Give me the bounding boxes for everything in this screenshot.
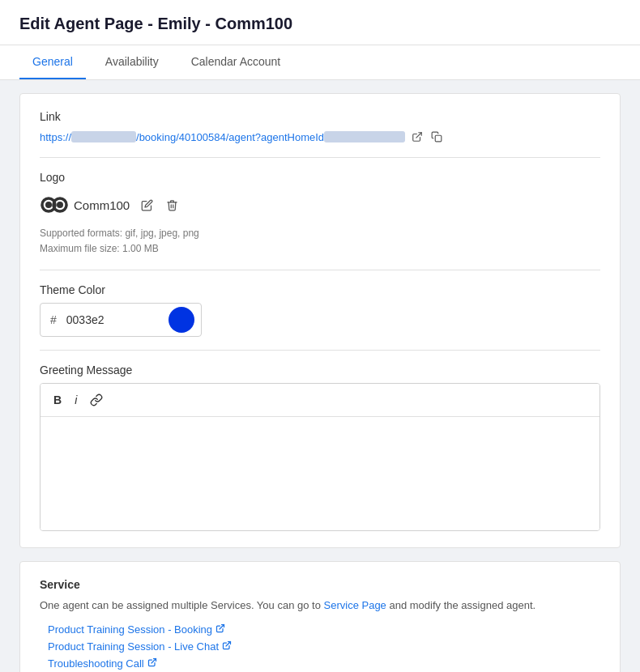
- service-link-label-1: Product Training Session - Live Chat: [48, 640, 219, 653]
- service-link-label-0: Product Training Session - Booking: [48, 623, 212, 636]
- external-link-icon-2: [147, 657, 157, 669]
- logo-name-text: Comm100: [74, 198, 130, 212]
- link-button[interactable]: [85, 390, 108, 410]
- external-link-icon-0: [215, 623, 225, 635]
- svg-line-8: [151, 659, 156, 664]
- svg-point-4: [45, 202, 52, 208]
- greeting-label: Greeting Message: [40, 364, 600, 376]
- logo-formats-hint: Supported formats: gif, jpg, jpeg, png: [40, 226, 600, 241]
- comm100-logo-icon: [40, 190, 69, 219]
- service-card: Service One agent can be assigned multip…: [19, 561, 621, 672]
- page-title: Edit Agent Page - Emily - Comm100: [0, 0, 640, 45]
- bold-button[interactable]: B: [49, 390, 66, 410]
- editor-box: B i: [40, 383, 600, 531]
- edit-logo-button[interactable]: [139, 198, 155, 213]
- italic-button[interactable]: i: [70, 390, 82, 410]
- general-card: Link https:// /booking/40100584/agent?ag…: [19, 93, 621, 548]
- service-desc-before: One agent can be assigned multiple Servi…: [40, 599, 324, 611]
- delete-logo-button[interactable]: [164, 198, 180, 213]
- open-link-button[interactable]: [410, 130, 425, 144]
- svg-rect-1: [435, 135, 442, 142]
- editor-toolbar: B i: [41, 384, 599, 417]
- service-page-link[interactable]: Service Page: [324, 599, 386, 611]
- external-link-icon-1: [222, 640, 232, 652]
- bold-icon: B: [53, 393, 62, 406]
- svg-line-7: [226, 642, 231, 647]
- logo-field: Logo Comm100: [40, 171, 600, 257]
- hash-symbol: #: [41, 307, 63, 333]
- link-icon: [90, 393, 103, 406]
- service-link-label-2: Troubleshooting Call: [48, 657, 144, 670]
- color-input-row[interactable]: #: [40, 303, 202, 337]
- link-actions: [410, 130, 444, 144]
- svg-line-0: [416, 133, 421, 138]
- link-label: Link: [40, 110, 600, 123]
- color-value-input[interactable]: [63, 307, 128, 333]
- svg-line-6: [220, 625, 224, 630]
- tab-availability[interactable]: Availability: [92, 45, 172, 79]
- logo-row: Comm100: [40, 190, 600, 219]
- link-text: https:// /booking/40100584/agent?agentHo…: [40, 131, 405, 143]
- logo-label: Logo: [40, 171, 600, 184]
- logo-display: Comm100: [40, 190, 130, 219]
- editor-body[interactable]: [41, 417, 599, 530]
- link-url-row: https:// /booking/40100584/agent?agentHo…: [40, 130, 600, 144]
- service-description: One agent can be assigned multiple Servi…: [40, 598, 600, 614]
- service-link-0[interactable]: Product Training Session - Booking: [48, 623, 600, 636]
- copy-link-button[interactable]: [429, 130, 444, 144]
- page-wrapper: Edit Agent Page - Emily - Comm100 Genera…: [0, 0, 640, 672]
- service-desc-after: and modify the assigned agent.: [386, 599, 535, 611]
- tabs-bar: General Availability Calendar Account: [0, 45, 640, 80]
- greeting-message-field: Greeting Message B i: [40, 364, 600, 531]
- service-link-1[interactable]: Product Training Session - Live Chat: [48, 640, 600, 653]
- logo-size-hint: Maximum file size: 1.00 MB: [40, 241, 600, 257]
- service-link-2[interactable]: Troubleshooting Call: [48, 657, 600, 670]
- color-swatch[interactable]: [169, 307, 194, 333]
- italic-icon: i: [75, 393, 77, 406]
- theme-color-label: Theme Color: [40, 283, 600, 296]
- content-area: Link https:// /booking/40100584/agent?ag…: [0, 80, 640, 672]
- service-links-list: Product Training Session - Booking Produ…: [40, 623, 600, 670]
- tab-general[interactable]: General: [19, 45, 86, 79]
- svg-point-5: [57, 202, 63, 208]
- theme-color-field: Theme Color #: [40, 283, 600, 337]
- service-title: Service: [40, 578, 600, 591]
- tab-calendar-account[interactable]: Calendar Account: [178, 45, 294, 79]
- link-field: Link https:// /booking/40100584/agent?ag…: [40, 110, 600, 144]
